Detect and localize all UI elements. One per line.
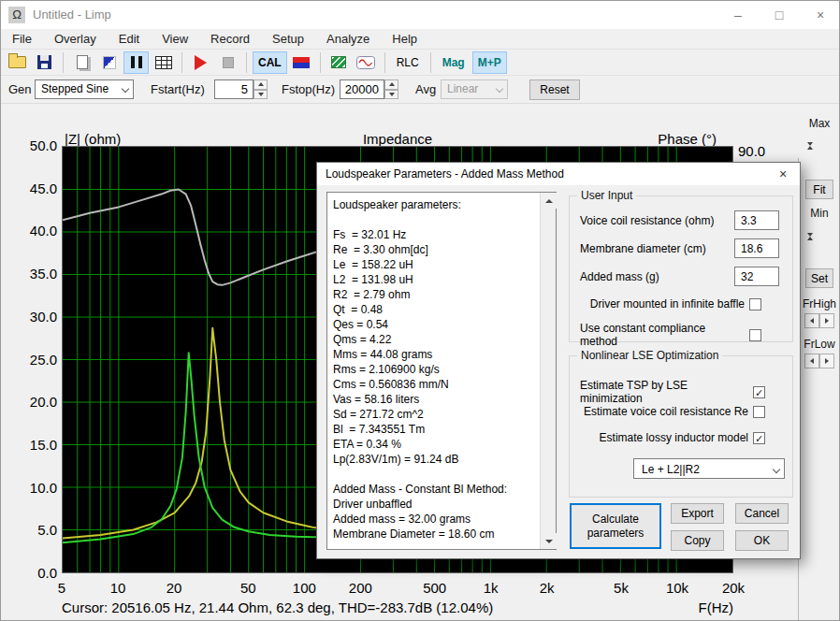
listbox-scrollbar[interactable] — [540, 193, 556, 549]
voice-coil-resistance-input[interactable]: 3.3 — [734, 210, 779, 230]
dialog-body: Loudspeaker parameters: Fs = 32.01 Hz Re… — [317, 185, 800, 558]
membrane-diameter-label: Membrane diameter (cm) — [580, 242, 706, 255]
chevron-down-icon — [122, 85, 129, 93]
max-stepper[interactable] — [807, 132, 831, 156]
fit-button[interactable]: Fit — [805, 180, 833, 199]
scroll-up-icon[interactable] — [541, 193, 557, 209]
pause-icon — [131, 56, 142, 68]
frhigh-stepper[interactable] — [804, 313, 834, 328]
avg-select: Linear — [441, 79, 508, 99]
menu-bar: File Overlay Edit View Record Setup Anal… — [1, 29, 840, 50]
x-tick-label: 200 — [349, 580, 372, 596]
toolbar-separator — [63, 52, 64, 73]
noise-gen-button[interactable] — [326, 51, 352, 74]
added-mass-input[interactable]: 32 — [734, 267, 779, 286]
menu-record[interactable]: Record — [199, 29, 261, 50]
y-tick-label: 15.0 — [16, 437, 57, 454]
pen-overlay-button[interactable] — [96, 51, 122, 74]
y-tick-label: 30.0 — [16, 309, 57, 325]
stop-button[interactable] — [215, 51, 240, 74]
y-tick-label: 0.0 — [16, 565, 57, 582]
play-icon — [195, 55, 207, 70]
frlow-stepper[interactable] — [804, 354, 834, 368]
inductor-model-select[interactable]: Le + L2||R2 — [633, 458, 785, 479]
calculate-parameters-button[interactable]: Calculate parameters — [570, 503, 661, 549]
sine-gen-button[interactable] — [354, 51, 379, 74]
maximize-icon[interactable]: □ — [759, 1, 800, 29]
x-axis-title: F(Hz) — [699, 599, 734, 615]
menu-analyze[interactable]: Analyze — [315, 29, 381, 50]
infinite-baffle-checkbox[interactable] — [749, 298, 761, 310]
close-icon[interactable]: × — [800, 1, 840, 29]
x-tick-label: 50 — [240, 580, 256, 596]
table-grid-icon — [155, 56, 172, 69]
rlc-button[interactable]: RLC — [391, 51, 425, 74]
min-label: Min — [798, 207, 840, 220]
toolbar-separator — [384, 52, 385, 73]
menu-file[interactable]: File — [1, 29, 43, 50]
dialog-close-icon[interactable]: × — [774, 166, 792, 182]
cursor-status: Cursor: 20516.05 Hz, 21.44 Ohm, 62.3 deg… — [62, 599, 493, 615]
y-tick-label: 20.0 — [16, 394, 57, 411]
pause-button[interactable] — [123, 51, 149, 74]
left-axis-title: |Z| (ohm) — [65, 131, 121, 147]
max-label: Max — [798, 117, 840, 130]
minimize-icon[interactable]: – — [717, 1, 759, 29]
export-button[interactable]: Export — [671, 503, 724, 524]
user-input-group-title: User Input — [577, 189, 636, 202]
constant-compliance-label: Use constant compliance method — [580, 322, 745, 348]
cancel-button[interactable]: Cancel — [735, 503, 789, 524]
set-button[interactable]: Set — [805, 268, 833, 288]
y-tick-label: 5.0 — [16, 522, 57, 539]
copy-button[interactable] — [69, 51, 94, 74]
estimate-re-label: Estimate voice coil resistance Re — [584, 405, 748, 418]
cal-button[interactable]: CAL — [253, 51, 287, 74]
x-tick-label: 10 — [110, 580, 126, 596]
infinite-baffle-row: Driver mounted in infinite baffle — [580, 297, 761, 310]
save-button[interactable] — [32, 51, 57, 74]
open-file-button[interactable] — [5, 51, 30, 74]
avg-label: Avg — [415, 82, 436, 96]
menu-overlay[interactable]: Overlay — [43, 29, 108, 50]
min-stepper[interactable] — [807, 223, 831, 247]
fstop-label: Fstop(Hz) — [282, 82, 335, 96]
y-tick-label: 45.0 — [16, 181, 57, 197]
voice-coil-resistance-label: Voice coil resistance (ohm) — [580, 214, 714, 227]
menu-setup[interactable]: Setup — [261, 29, 315, 50]
estimate-tsp-checkbox[interactable]: ✓ — [753, 386, 765, 398]
sine-wave-icon — [356, 56, 375, 69]
scale-control-panel: Max Fit Min Set FrHigh FrLow — [798, 106, 840, 621]
fstop-stepper[interactable] — [384, 79, 398, 99]
flag-button[interactable] — [289, 51, 314, 74]
menu-edit[interactable]: Edit — [108, 29, 151, 50]
fstop-input[interactable]: 20000 — [340, 79, 384, 99]
y-tick-label: 50.0 — [16, 137, 57, 154]
constant-compliance-checkbox[interactable] — [749, 329, 761, 341]
flag-icon — [293, 57, 310, 68]
lossy-inductor-checkbox[interactable]: ✓ — [753, 432, 765, 444]
menu-help[interactable]: Help — [381, 29, 428, 50]
ok-button[interactable]: OK — [735, 530, 789, 551]
parameters-listbox[interactable]: Loudspeaker parameters: Fs = 32.01 Hz Re… — [326, 192, 557, 550]
mag-phase-button[interactable]: M+P — [472, 51, 507, 74]
y-tick-label: 40.0 — [16, 223, 57, 239]
mag-button[interactable]: Mag — [437, 51, 471, 74]
dialog-title-bar[interactable]: Loudspeaker Parameters - Added Mass Meth… — [317, 163, 800, 185]
fstart-stepper[interactable] — [253, 79, 268, 99]
scroll-down-icon[interactable] — [541, 533, 557, 549]
y-tick-label: 25.0 — [16, 352, 57, 368]
membrane-diameter-input[interactable]: 18.6 — [734, 238, 779, 258]
fstart-input[interactable]: 5 — [214, 79, 253, 99]
chevron-down-icon — [496, 85, 503, 93]
estimate-re-checkbox[interactable] — [753, 406, 765, 418]
table-view-button[interactable] — [151, 51, 176, 74]
gen-select[interactable]: Stepped Sine — [35, 79, 134, 99]
copy-button-dialog[interactable]: Copy — [671, 530, 724, 551]
constant-compliance-row: Use constant compliance method — [580, 322, 761, 348]
app-icon: Ω — [8, 7, 25, 23]
x-tick-label: 20 — [167, 580, 182, 596]
reset-button[interactable]: Reset — [529, 79, 580, 100]
play-record-button[interactable] — [188, 51, 213, 74]
pen-icon — [103, 56, 116, 69]
menu-view[interactable]: View — [151, 29, 199, 50]
